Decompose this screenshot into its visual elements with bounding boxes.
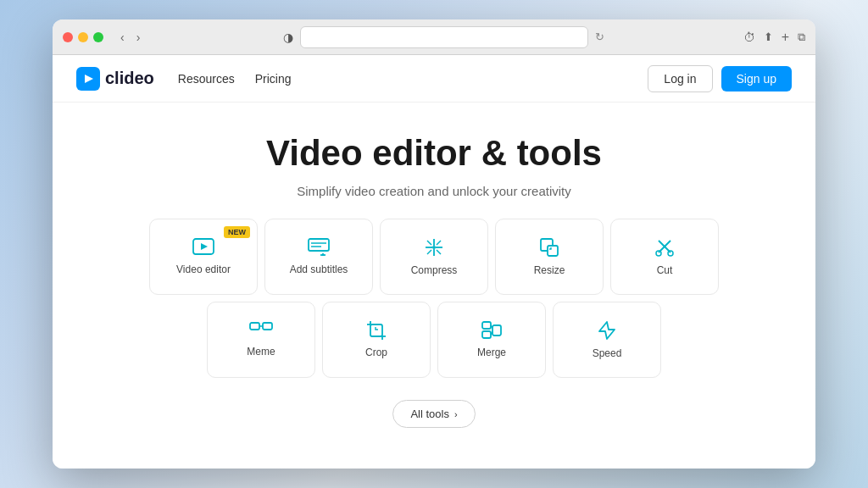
meme-icon [249,322,273,339]
tool-card-meme[interactable]: Meme [207,302,315,378]
nav-actions: Log in Sign up [648,65,792,92]
address-bar-container: ◑ ↻ [150,26,736,48]
new-tab-icon[interactable]: + [782,30,789,45]
crop-icon [367,321,386,340]
page-content: clideo Resources Pricing Log in Sign up … [53,55,815,469]
svg-line-12 [427,241,431,245]
address-bar[interactable] [300,26,588,48]
share-icon[interactable]: ⬆ [764,30,773,43]
nav-links: Resources Pricing [178,72,292,86]
add-subtitles-icon [308,238,330,257]
tabs-icon[interactable]: ⧉ [798,30,805,44]
tools-row-2: Meme Crop [86,302,782,378]
forward-button[interactable]: › [133,29,144,46]
tool-label-cut: Cut [657,264,673,276]
tool-label-crop: Crop [365,347,387,358]
tool-label-merge: Merge [477,347,506,358]
logo[interactable]: clideo [76,67,154,91]
tool-label-add-subtitles: Add subtitles [290,263,348,275]
tool-card-merge[interactable]: Merge [437,302,546,378]
tools-row-1: NEW Video editor [86,219,782,295]
tool-card-video-editor[interactable]: NEW Video editor [149,219,258,295]
reload-icon[interactable]: ↻ [595,30,604,43]
tool-label-video-editor: Video editor [176,263,231,275]
speed-icon [598,320,616,341]
hero-title: Video editor & tools [70,133,798,174]
tool-card-compress[interactable]: Compress [380,219,488,295]
back-button[interactable]: ‹ [117,29,128,46]
nav-link-resources[interactable]: Resources [178,72,235,86]
maximize-dot[interactable] [93,32,103,42]
svg-rect-24 [263,323,272,330]
tool-label-resize: Resize [534,264,565,276]
svg-line-14 [437,241,441,245]
hero-section: Video editor & tools Simplify video crea… [53,103,815,219]
logo-icon [76,67,100,91]
tool-card-add-subtitles[interactable]: Add subtitles [264,219,373,295]
all-tools-label: All tools [410,408,449,420]
merge-icon [481,321,502,340]
svg-rect-32 [482,331,491,338]
svg-rect-23 [250,323,259,330]
signup-button[interactable]: Sign up [721,66,792,92]
svg-rect-18 [548,246,558,256]
browser-titlebar: ‹ › ◑ ↻ ⏱ ⬆ + ⧉ [53,19,815,55]
navbar: clideo Resources Pricing Log in Sign up [53,55,815,103]
svg-rect-33 [492,325,501,336]
svg-line-13 [437,250,441,254]
login-button[interactable]: Log in [648,65,712,92]
clock-icon[interactable]: ⏱ [743,30,755,44]
all-tools-button[interactable]: All tools › [392,400,475,428]
tool-card-cut[interactable]: Cut [610,219,719,295]
tool-card-resize[interactable]: Resize [495,219,604,295]
tool-label-meme: Meme [247,346,275,358]
toolbar-right: ⏱ ⬆ + ⧉ [743,30,805,45]
svg-line-15 [427,250,431,254]
resize-icon [539,237,559,258]
compress-icon [424,237,444,258]
svg-marker-0 [85,75,93,83]
svg-marker-2 [201,243,208,250]
brightness-icon: ◑ [283,30,293,44]
svg-rect-31 [482,322,491,329]
tool-card-crop[interactable]: Crop [322,302,431,378]
tool-label-compress: Compress [411,264,458,276]
browser-window: ‹ › ◑ ↻ ⏱ ⬆ + ⧉ clideo [53,19,815,469]
minimize-dot[interactable] [78,32,88,42]
badge-new: NEW [224,226,250,238]
hero-subtitle: Simplify video creation and unlock your … [70,184,798,198]
video-editor-icon [192,238,214,257]
svg-rect-26 [370,324,382,336]
traffic-lights [63,32,103,42]
cut-icon [654,237,675,258]
svg-point-16 [432,246,436,249]
all-tools-row: All tools › [53,385,815,436]
logo-text: clideo [105,69,154,88]
nav-link-pricing[interactable]: Pricing [255,72,292,86]
chevron-right-icon: › [454,409,458,419]
nav-buttons: ‹ › [117,29,143,46]
svg-rect-3 [309,239,329,251]
tool-label-speed: Speed [593,347,622,359]
tool-card-speed[interactable]: Speed [553,302,661,378]
close-dot[interactable] [63,32,73,42]
tools-section: NEW Video editor [53,219,815,378]
